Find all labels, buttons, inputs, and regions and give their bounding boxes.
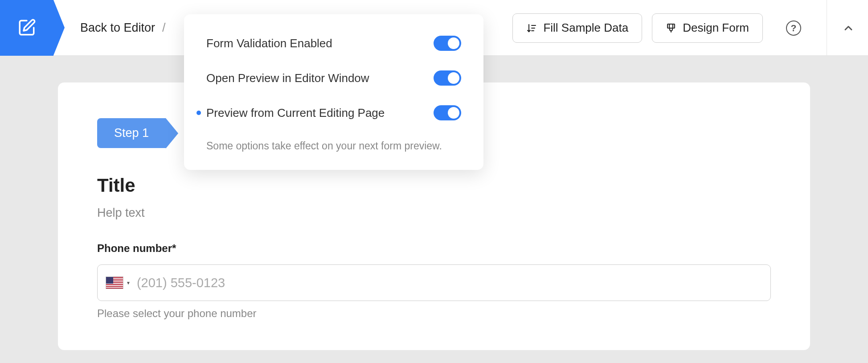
toggle-open-preview-editor[interactable] — [434, 70, 461, 86]
form-title: Title — [97, 175, 771, 196]
breadcrumb-separator: / — [162, 21, 166, 35]
step-tab[interactable]: Step 1 — [97, 118, 166, 148]
design-form-label: Design Form — [683, 21, 749, 35]
divider — [827, 0, 827, 56]
option-label: Preview from Current Editing Page — [206, 106, 385, 120]
chevron-up-icon[interactable] — [842, 22, 855, 34]
toggle-form-validation[interactable] — [434, 36, 461, 51]
option-form-validation: Form Validation Enabled — [206, 36, 461, 51]
option-open-preview-editor: Open Preview in Editor Window — [206, 70, 461, 86]
caret-down-icon: ▼ — [126, 280, 131, 285]
design-form-button[interactable]: Design Form — [652, 13, 763, 43]
country-flag-selector[interactable]: ▼ — [106, 276, 131, 289]
option-preview-current-page: Preview from Current Editing Page — [206, 105, 461, 120]
us-flag-icon — [106, 276, 123, 289]
phone-help-text: Please select your phone number — [97, 307, 771, 320]
option-label: Form Validation Enabled — [206, 37, 332, 50]
sort-icon — [526, 23, 537, 33]
step-label: Step 1 — [114, 126, 149, 140]
question-icon: ? — [791, 23, 797, 33]
option-label: Open Preview in Editor Window — [206, 71, 369, 85]
phone-label: Phone number* — [97, 242, 771, 255]
help-button[interactable]: ? — [786, 21, 801, 36]
back-to-editor-link[interactable]: Back to Editor — [80, 21, 155, 35]
edit-icon — [17, 18, 36, 37]
bullet-icon — [197, 111, 201, 115]
logo-block[interactable] — [0, 0, 53, 56]
phone-input[interactable] — [137, 276, 762, 290]
dropdown-note: Some options take effect on your next fo… — [206, 140, 461, 152]
fill-sample-data-label: Fill Sample Data — [543, 21, 628, 35]
topbar-actions: Fill Sample Data Design Form ? — [512, 0, 868, 56]
svg-rect-0 — [667, 24, 675, 28]
toggle-preview-current-page[interactable] — [434, 105, 461, 120]
fill-sample-data-button[interactable]: Fill Sample Data — [512, 13, 642, 43]
brush-icon — [666, 23, 676, 33]
form-help-text: Help text — [97, 206, 771, 220]
phone-input-container: ▼ — [97, 264, 771, 301]
preview-options-dropdown: Form Validation Enabled Open Preview in … — [184, 14, 483, 170]
